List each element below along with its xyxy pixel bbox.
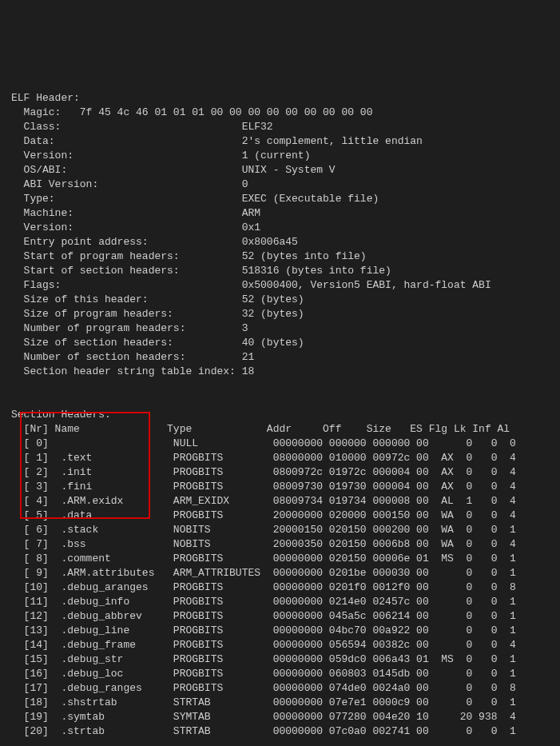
section-headers-header: [Nr] Name Type Addr Off Size ES Flg Lk I… — [11, 423, 510, 435]
elf-header-title: ELF Header: — [11, 92, 80, 104]
section-rows: [ 0] NULL 00000000 000000 000000 00 0 0 … — [11, 437, 554, 739]
elf-header-block: Magic: 7f 45 4c 46 01 01 01 00 00 00 00 … — [11, 106, 554, 379]
section-headers-title: Section Headers: — [11, 409, 111, 421]
terminal-output: ELF Header: Magic: 7f 45 4c 46 01 01 01 … — [0, 72, 560, 746]
